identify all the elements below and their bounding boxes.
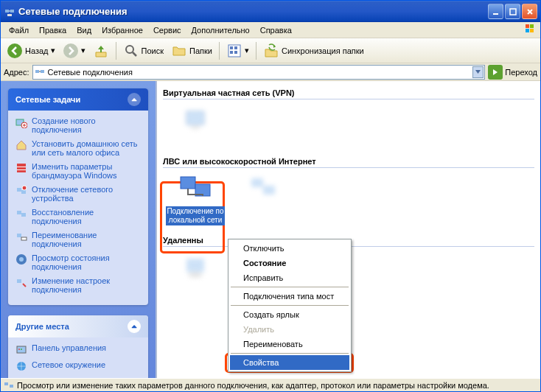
svg-rect-15 bbox=[230, 46, 233, 49]
menu-rename[interactable]: Переименовать bbox=[230, 337, 349, 351]
place-network[interactable]: Сетевое окружение bbox=[15, 360, 141, 372]
svg-point-29 bbox=[22, 186, 27, 190]
maximize-button[interactable] bbox=[505, 4, 520, 19]
menu-disable[interactable]: Отключить bbox=[230, 241, 349, 256]
task-label: Панель управления bbox=[32, 343, 106, 352]
sync-icon bbox=[263, 43, 279, 59]
svg-rect-31 bbox=[21, 213, 26, 217]
menu-bridge[interactable]: Подключения типа мост bbox=[230, 289, 349, 304]
forward-button[interactable]: ▾ bbox=[60, 41, 88, 60]
task-home-network[interactable]: Установить домашнюю сеть или сеть малого… bbox=[15, 139, 141, 157]
menu-help[interactable]: Справка bbox=[255, 24, 297, 36]
control-panel-icon bbox=[15, 343, 27, 355]
svg-rect-17 bbox=[230, 51, 233, 54]
address-label: Адрес: bbox=[4, 68, 29, 77]
svg-rect-36 bbox=[17, 279, 21, 283]
svg-rect-50 bbox=[10, 385, 13, 388]
task-new-connection[interactable]: Создание нового подключения bbox=[15, 116, 141, 134]
svg-rect-26 bbox=[17, 169, 26, 170]
sync-button[interactable]: Синхронизация папки bbox=[260, 41, 367, 60]
svg-rect-27 bbox=[17, 188, 21, 192]
status-icon bbox=[15, 253, 27, 265]
menu-edit[interactable]: Правка bbox=[34, 24, 71, 36]
svg-rect-20 bbox=[41, 70, 44, 73]
home-network-icon bbox=[15, 139, 27, 151]
firewall-icon bbox=[15, 162, 27, 174]
panel-header[interactable]: Другие места ⏶ bbox=[8, 315, 148, 337]
connection-item[interactable] bbox=[166, 105, 225, 147]
titlebar: Сетевые подключения bbox=[1, 1, 540, 22]
window-title: Сетевые подключения bbox=[18, 6, 486, 17]
back-button[interactable]: Назад ▾ bbox=[4, 41, 58, 60]
minimize-button[interactable] bbox=[488, 4, 503, 19]
connection-label bbox=[234, 206, 293, 215]
close-button[interactable] bbox=[522, 4, 537, 19]
svg-rect-41 bbox=[186, 111, 204, 125]
svg-line-13 bbox=[133, 52, 136, 56]
svg-rect-19 bbox=[35, 70, 39, 73]
svg-rect-3 bbox=[7, 14, 12, 16]
folders-label: Папки bbox=[189, 46, 212, 55]
up-button[interactable] bbox=[90, 41, 112, 60]
dropdown-icon: ▾ bbox=[81, 46, 85, 55]
place-control-panel[interactable]: Панель управления bbox=[15, 343, 141, 355]
task-label: Изменение настроек подключения bbox=[32, 276, 141, 294]
connection-icon bbox=[178, 174, 213, 203]
connection-icon bbox=[178, 253, 213, 282]
svg-rect-25 bbox=[17, 167, 26, 167]
menu-shortcut[interactable]: Создать ярлык bbox=[230, 307, 349, 322]
svg-point-10 bbox=[7, 43, 22, 58]
menu-favorites[interactable]: Избранное bbox=[97, 24, 148, 36]
menu-status[interactable]: Состояние bbox=[230, 256, 349, 270]
task-status[interactable]: Просмотр состояния подключения bbox=[15, 253, 141, 271]
panel-header[interactable]: Сетевые задачи ⏶ bbox=[8, 88, 148, 111]
menu-view[interactable]: Вид bbox=[71, 24, 97, 36]
menu-delete[interactable]: Удалить bbox=[230, 322, 349, 337]
svg-point-39 bbox=[21, 349, 22, 350]
connection-lan[interactable]: Подключение по локальной сети bbox=[166, 174, 225, 225]
svg-point-35 bbox=[19, 257, 24, 262]
panel-title: Другие места bbox=[15, 322, 69, 331]
folders-button[interactable]: Папки bbox=[168, 41, 215, 60]
search-button[interactable]: Поиск bbox=[120, 41, 167, 60]
menu-repair[interactable]: Исправить bbox=[230, 270, 349, 285]
chevron-up-icon: ⏶ bbox=[128, 93, 141, 106]
windows-flag-icon bbox=[521, 22, 539, 37]
address-dropdown[interactable] bbox=[472, 66, 484, 78]
menu-file[interactable]: Файл bbox=[4, 24, 34, 36]
task-rename[interactable]: Переименование подключения bbox=[15, 231, 141, 248]
svg-rect-45 bbox=[251, 178, 263, 187]
back-label: Назад bbox=[25, 46, 49, 55]
task-label: Просмотр состояния подключения bbox=[32, 253, 141, 271]
task-settings[interactable]: Изменение настроек подключения bbox=[15, 276, 141, 294]
svg-rect-24 bbox=[17, 164, 26, 172]
toolbar: Назад ▾ ▾ Поиск Папки ▾ Синхронизация па… bbox=[1, 38, 540, 63]
task-label: Переименование подключения bbox=[32, 231, 141, 248]
address-input[interactable] bbox=[32, 65, 486, 80]
task-label: Восстановление подключения bbox=[32, 208, 141, 225]
svg-point-48 bbox=[188, 272, 203, 278]
sync-label: Синхронизация папки bbox=[282, 46, 364, 55]
menubar: Файл Правка Вид Избранное Сервис Дополни… bbox=[1, 22, 540, 38]
menu-properties[interactable]: Свойства bbox=[230, 355, 349, 370]
task-label: Отключение сетевого устройства bbox=[32, 185, 141, 203]
task-firewall[interactable]: Изменить параметры брандмауэра Windows bbox=[15, 162, 141, 180]
views-button[interactable]: ▾ bbox=[223, 41, 252, 60]
task-repair[interactable]: Восстановление подключения bbox=[15, 208, 141, 225]
chevron-up-icon: ⏶ bbox=[128, 320, 141, 333]
connection-item[interactable] bbox=[166, 253, 225, 294]
svg-rect-32 bbox=[17, 234, 21, 237]
connection-item[interactable] bbox=[234, 174, 293, 225]
svg-rect-5 bbox=[510, 9, 516, 15]
menu-advanced[interactable]: Дополнительно bbox=[186, 24, 255, 36]
new-connection-icon bbox=[15, 116, 27, 128]
rename-icon bbox=[15, 231, 27, 242]
group-vpn: Виртуальная частная сеть (VPN) bbox=[163, 88, 534, 153]
menu-tools[interactable]: Сервис bbox=[148, 24, 186, 36]
go-button[interactable]: Переход bbox=[488, 65, 537, 80]
separator bbox=[231, 305, 349, 306]
task-label: Создание нового подключения bbox=[32, 116, 141, 134]
separator bbox=[231, 287, 349, 287]
task-disable[interactable]: Отключение сетевого устройства bbox=[15, 185, 141, 203]
separator bbox=[256, 42, 256, 60]
